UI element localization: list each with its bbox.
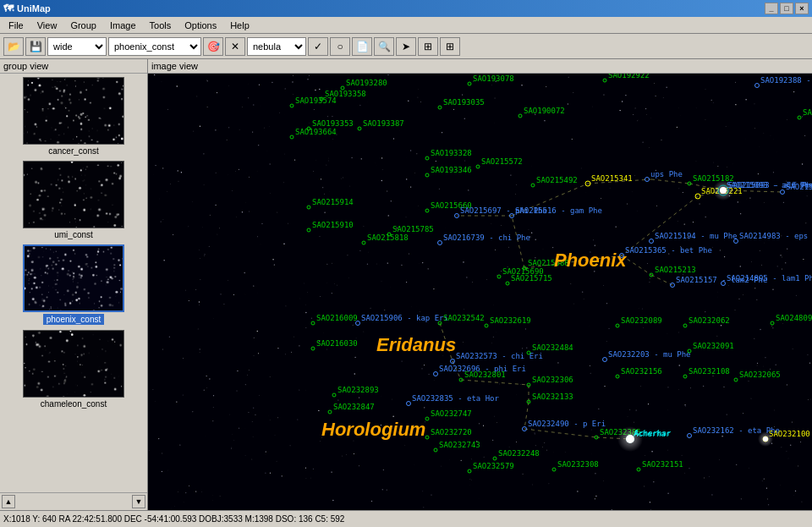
save-button[interactable]: 💾 [25, 37, 46, 56]
right-panel: image view [148, 59, 812, 510]
minimize-button[interactable]: _ [765, 3, 778, 14]
thumb-phoenix-label: phoenix_const [43, 314, 105, 325]
thumb-chameleon-img [23, 330, 124, 398]
menu-group[interactable]: Group [63, 19, 103, 32]
menu-help[interactable]: Help [223, 19, 256, 32]
scroll-down-button[interactable]: ▼ [132, 495, 145, 508]
thumb-cancer[interactable]: cancer_const [3, 77, 144, 156]
circle-button[interactable]: ○ [330, 37, 350, 56]
image-view-label: image view [148, 59, 812, 74]
title-bar: 🗺 UniMap _ □ × [0, 0, 812, 17]
left-panel: group view cancer_const umi_const phoeni… [0, 59, 148, 510]
search-button[interactable]: 🔍 [374, 37, 394, 56]
status-bar: X:1018 Y: 640 RA 22:42:51.800 DEC -54:41… [0, 510, 812, 527]
menu-image[interactable]: Image [103, 19, 143, 32]
scroll-controls: ▲ ▼ [0, 492, 147, 510]
star-map[interactable] [148, 74, 812, 510]
crosshair-button[interactable]: ✕ [225, 37, 245, 56]
grid-button[interactable]: ⊞ [440, 37, 460, 56]
group-view-label: group view [0, 59, 147, 74]
scroll-up-button[interactable]: ▲ [2, 495, 15, 508]
menu-file[interactable]: File [2, 19, 30, 32]
menu-options[interactable]: Options [178, 19, 223, 32]
close-button[interactable]: × [795, 3, 809, 14]
arrow-button[interactable]: ➤ [396, 37, 416, 56]
thumb-phoenix[interactable]: phoenix_const [3, 244, 144, 325]
thumb-umi[interactable]: umi_const [3, 161, 144, 239]
thumb-cancer-label: cancer_const [48, 146, 98, 156]
doc-button[interactable]: 📄 [352, 37, 372, 56]
toolbar: 📂 💾 wide medium narrow phoenix_const can… [0, 34, 812, 59]
menu-view[interactable]: View [30, 19, 64, 32]
app-icon: 🗺 [3, 3, 14, 14]
thumb-umi-label: umi_const [54, 230, 93, 239]
title-buttons: _ □ × [765, 3, 809, 14]
app-title: UniMap [17, 3, 765, 14]
map-select[interactable]: phoenix_const cancer_const umi_const cha… [108, 37, 201, 56]
menu-tools[interactable]: Tools [143, 19, 178, 32]
thumb-umi-img [23, 161, 124, 228]
check-button[interactable]: ✓ [308, 37, 328, 56]
thumbnail-list: cancer_const umi_const phoenix_const cha… [0, 74, 147, 492]
layout-button[interactable]: ⊞ [418, 37, 438, 56]
thumb-phoenix-img [23, 244, 124, 312]
status-text: X:1018 Y: 640 RA 22:42:51.800 DEC -54:41… [3, 514, 344, 524]
thumb-cancer-img [23, 77, 124, 145]
thumb-chameleon-label: chameleon_const [41, 399, 107, 409]
open-button[interactable]: 📂 [3, 37, 24, 56]
zoom-select[interactable]: wide medium narrow [47, 37, 107, 56]
maximize-button[interactable]: □ [780, 3, 793, 14]
map-canvas[interactable] [148, 74, 812, 510]
main-container: group view cancer_const umi_const phoeni… [0, 59, 812, 510]
target-button[interactable]: 🎯 [203, 37, 223, 56]
thumb-chameleon[interactable]: chameleon_const [3, 330, 144, 409]
filter-select[interactable]: nebula all stars galaxies [247, 37, 306, 56]
menu-bar: File View Group Image Tools Options Help [0, 17, 812, 34]
